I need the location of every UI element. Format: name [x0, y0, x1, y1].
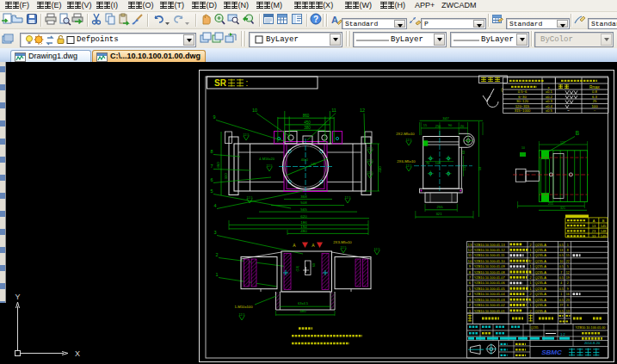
svg-text:40±1: 40±1: [301, 158, 308, 162]
svg-text:368: 368: [300, 194, 307, 199]
svg-text:YZB10.10.100.01-04: YZB10.10.100.01-04: [474, 292, 506, 296]
svg-text:4-M16x20: 4-M16x20: [259, 157, 275, 161]
svg-text:12: 12: [468, 248, 472, 252]
svg-text:10: 10: [252, 108, 257, 113]
svg-text:?: ?: [313, 15, 318, 24]
svg-text:63x4.5: 63x4.5: [298, 301, 309, 305]
svg-text:30~120: 30~120: [516, 99, 529, 103]
svg-text:1: 1: [529, 264, 532, 268]
svg-text:~: ~: [567, 108, 570, 113]
svg-text:1: 1: [529, 298, 532, 302]
svg-text:A: A: [293, 243, 296, 248]
svg-text:3: 3: [213, 230, 216, 235]
svg-text:315~1000: 315~1000: [515, 108, 531, 113]
svg-text:5: 5: [567, 265, 569, 268]
svg-text:127: 127: [560, 141, 565, 145]
svg-text:Q235-A: Q235-A: [535, 270, 547, 275]
svg-text:YZB10.10.100.01-01: YZB10.10.100.01-01: [474, 309, 505, 313]
svg-text:12: 12: [360, 108, 365, 113]
svg-text:100: 100: [435, 162, 441, 165]
svg-text:X: X: [75, 349, 80, 358]
svg-text:±0.2: ±0.2: [546, 95, 553, 99]
svg-text:Q235-A: Q235-A: [535, 275, 547, 280]
svg-text:Q235-A: Q235-A: [535, 243, 547, 247]
svg-text:15: 15: [566, 254, 570, 257]
svg-text:20: 20: [460, 124, 465, 128]
svg-text:0.5: 0.5: [559, 299, 564, 302]
svg-text:1: 1: [529, 248, 532, 252]
svg-text:255: 255: [437, 205, 444, 209]
svg-text:1: 1: [529, 287, 532, 291]
svg-text:480: 480: [300, 309, 307, 313]
svg-text:~: ~: [594, 108, 596, 113]
svg-text:860: 860: [303, 114, 310, 118]
svg-text:450: 450: [304, 120, 311, 125]
svg-text:±0.1: ±0.1: [546, 89, 553, 94]
svg-text:6.3: 6.3: [592, 95, 597, 99]
svg-text:22: 22: [566, 260, 570, 263]
svg-text:0.5: 0.5: [559, 287, 564, 291]
svg-text:A: A: [593, 219, 595, 223]
svg-text:3: 3: [469, 298, 472, 302]
svg-text:19: 19: [566, 276, 570, 280]
svg-text:13: 13: [592, 224, 596, 228]
svg-text:7: 7: [469, 275, 472, 280]
svg-text:27: 27: [559, 304, 563, 307]
svg-text:9: 9: [567, 287, 569, 291]
svg-text:2X3-M5x10: 2X3-M5x10: [333, 240, 352, 244]
svg-text:380: 380: [304, 126, 311, 130]
svg-text:2: 2: [529, 243, 532, 247]
svg-text:12.5: 12.5: [406, 164, 412, 168]
svg-text:1: 1: [560, 293, 562, 296]
svg-text:0.8: 0.8: [592, 89, 597, 94]
svg-text:2: 2: [469, 303, 472, 307]
svg-text:310: 310: [224, 173, 228, 180]
svg-text:B: B: [602, 219, 605, 223]
svg-text:148: 148: [601, 229, 607, 233]
svg-text:0.5: 0.5: [559, 265, 564, 268]
svg-text:0.5: 0.5: [559, 254, 564, 257]
svg-text:YZB10.10.100.01.00: YZB10.10.100.01.00: [576, 326, 606, 330]
svg-text:11: 11: [468, 253, 472, 257]
svg-text:YZB10.10.100.01-02: YZB10.10.100.01-02: [474, 303, 505, 307]
svg-text:SBMC: SBMC: [541, 349, 562, 356]
svg-text:6~30: 6~30: [518, 95, 527, 99]
svg-text:Q235-A: Q235-A: [535, 264, 547, 268]
svg-text:60: 60: [312, 263, 316, 267]
svg-text:12.5: 12.5: [341, 246, 347, 250]
svg-text:YZB10.10.100.01-07: YZB10.10.100.01-07: [474, 275, 505, 280]
svg-text:6: 6: [469, 281, 472, 285]
svg-text:12.5: 12.5: [345, 196, 351, 200]
svg-text:460: 460: [216, 162, 220, 169]
svg-text:10: 10: [559, 260, 563, 263]
svg-text:1: 1: [469, 309, 472, 313]
svg-text:12.5: 12.5: [267, 164, 273, 168]
svg-text:120~315: 120~315: [515, 104, 530, 108]
svg-text:Q235-A: Q235-A: [535, 248, 547, 252]
svg-text:B: B: [576, 130, 579, 136]
svg-text:12.5: 12.5: [406, 139, 412, 142]
svg-text:50: 50: [478, 167, 482, 170]
svg-text:±0.5: ±0.5: [546, 108, 553, 113]
svg-text:321: 321: [436, 212, 443, 216]
svg-text:6: 6: [567, 304, 569, 307]
svg-text:5: 5: [210, 188, 213, 194]
svg-text:12.5: 12.5: [367, 159, 373, 163]
svg-text:100: 100: [592, 104, 599, 108]
svg-text:Q235-A: Q235-A: [535, 287, 547, 291]
svg-text:SR: SR: [214, 78, 227, 88]
svg-text:±0.4: ±0.4: [546, 104, 553, 108]
svg-text:430: 430: [378, 166, 382, 173]
svg-text:508: 508: [300, 201, 307, 205]
svg-text:±0.3: ±0.3: [546, 99, 553, 103]
svg-text:1: 1: [529, 281, 532, 285]
svg-text:250: 250: [435, 124, 441, 128]
svg-text:60: 60: [462, 151, 466, 154]
svg-text:8: 8: [469, 270, 472, 275]
svg-text:10: 10: [521, 146, 525, 150]
svg-text:2014-8-20: 2014-8-20: [584, 341, 601, 345]
svg-text:12.5: 12.5: [239, 313, 245, 317]
svg-text:1: 1: [215, 272, 218, 277]
svg-text:321: 321: [560, 207, 565, 210]
svg-text:YZB10.10.100.01-05: YZB10.10.100.01-05: [474, 287, 505, 291]
